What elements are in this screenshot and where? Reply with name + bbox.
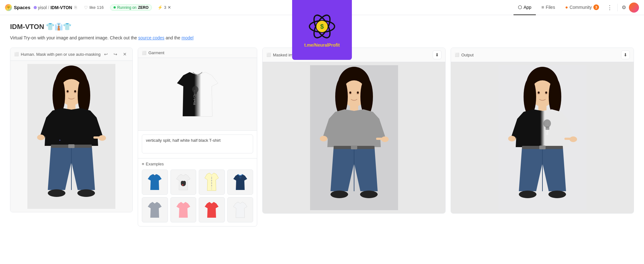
human-image: ✦ xyxy=(27,64,115,209)
svg-point-33 xyxy=(211,185,212,186)
masked-output-icon: ⬜ xyxy=(266,53,271,57)
output-image: Black Clover xyxy=(498,65,586,210)
settings-icon[interactable]: ⚙ xyxy=(620,4,628,11)
human-panel-header-left: ⬜ Human. Mask with pen or use auto-maski… xyxy=(14,52,101,57)
example-0-image xyxy=(147,171,163,193)
output-download-button[interactable]: ⬇ xyxy=(621,50,630,59)
human-panel-body[interactable]: ✦ xyxy=(10,61,132,212)
svg-rect-11 xyxy=(68,144,75,148)
more-menu-button[interactable]: ⋮ xyxy=(605,3,615,13)
like-section: ♡ like 116 xyxy=(84,5,103,10)
example-thumb-0[interactable] xyxy=(142,169,168,195)
more-icon: ⋮ xyxy=(607,4,613,11)
svg-rect-46 xyxy=(351,146,357,149)
running-dot xyxy=(114,6,116,9)
masked-output-controls: ⬇ xyxy=(433,50,441,59)
examples-section: ≡ Examples xyxy=(138,158,257,226)
breadcrumb: yisol / IDM-VTON ⎘ xyxy=(34,5,77,10)
model-link[interactable]: model xyxy=(181,35,193,40)
example-5-image xyxy=(175,199,191,221)
human-panel: ⬜ Human. Mask with pen or use auto-maski… xyxy=(10,48,133,212)
example-thumb-4[interactable] xyxy=(142,197,168,222)
masked-download-button[interactable]: ⬇ xyxy=(433,50,441,59)
svg-rect-7 xyxy=(93,136,101,139)
tab-files-label: Files xyxy=(546,5,555,10)
examples-label: ≡ Examples xyxy=(142,162,253,166)
example-thumb-6[interactable] xyxy=(199,197,225,222)
example-2-image xyxy=(204,171,219,193)
output-panel-header: ⬜ Output ⬇ xyxy=(451,48,634,62)
output-panel-controls: ⬇ xyxy=(621,50,630,59)
garment-description-input[interactable] xyxy=(142,135,253,153)
tab-app[interactable]: ⬡ App xyxy=(514,0,536,15)
tab-app-label: App xyxy=(524,5,531,10)
masked-output-image xyxy=(310,65,398,210)
output-panel: ⬜ Output ⬇ xyxy=(451,48,634,214)
svg-point-52 xyxy=(357,92,359,94)
desc-text: Virtual Try-on with your image and garme… xyxy=(10,35,137,40)
example-thumb-3[interactable] xyxy=(227,169,253,195)
overlay-ad[interactable]: $ t.me/NeuralProfit xyxy=(292,0,352,60)
example-thumb-1[interactable] xyxy=(170,169,197,195)
runtime-number: 3 xyxy=(164,5,166,10)
heart-icon[interactable]: ♡ xyxy=(84,5,88,10)
runtime-count: ⚡ 3 ✕ xyxy=(158,5,171,10)
files-icon: ≡ xyxy=(541,4,544,10)
divider xyxy=(617,4,618,11)
svg-point-13 xyxy=(77,189,95,197)
spaces-logo-icon: 🤗 xyxy=(5,4,12,11)
human-panel-header: ⬜ Human. Mask with pen or use auto-maski… xyxy=(10,48,132,61)
undo-button[interactable]: ↩ xyxy=(102,50,110,58)
example-thumb-2[interactable] xyxy=(199,169,225,195)
svg-point-48 xyxy=(360,191,378,198)
svg-point-61 xyxy=(543,119,551,128)
user-avatar[interactable] xyxy=(629,3,639,13)
example-7-image xyxy=(232,199,248,221)
close-button[interactable]: ✕ xyxy=(121,50,129,58)
human-panel-label: Human. Mask with pen or use auto-masking xyxy=(21,52,101,57)
overlay-ad-inner: $ t.me/NeuralProfit xyxy=(292,0,352,60)
svg-text:✦: ✦ xyxy=(59,139,61,142)
zero-badge: ZERO xyxy=(138,5,148,10)
garment-panel-icon: ⬜ xyxy=(142,51,147,55)
redo-button[interactable]: ↪ xyxy=(112,50,119,58)
community-icon: ● xyxy=(565,4,568,10)
spaces-logo[interactable]: 🤗 Spaces xyxy=(5,4,31,11)
garment-image-area[interactable]: Black Clover xyxy=(138,58,257,130)
example-6-image xyxy=(204,199,219,221)
svg-point-43 xyxy=(320,136,327,141)
svg-point-51 xyxy=(349,92,351,94)
example-1-image xyxy=(175,171,191,193)
examples-text: Examples xyxy=(146,162,164,166)
svg-point-32 xyxy=(211,183,212,184)
community-badge: 3 xyxy=(593,4,599,10)
example-thumb-7[interactable] xyxy=(227,197,253,222)
overlay-ad-url: t.me/NeuralProfit xyxy=(304,43,340,48)
svg-point-30 xyxy=(211,178,212,179)
like-count: 116 xyxy=(97,5,104,10)
example-thumb-5[interactable] xyxy=(170,197,197,222)
copy-icon[interactable]: ⎘ xyxy=(75,5,77,10)
examples-grid-row1 xyxy=(142,169,253,195)
tab-files[interactable]: ≡ Files xyxy=(537,0,559,15)
garment-panel-header: ⬜ Garment xyxy=(138,48,257,58)
spaces-logo-text: Spaces xyxy=(14,5,31,10)
source-codes-link[interactable]: source codes xyxy=(138,35,164,40)
output-panel-label: Output xyxy=(461,53,474,57)
svg-point-12 xyxy=(48,189,65,197)
garment-panel: ⬜ Garment xyxy=(138,48,257,227)
svg-point-69 xyxy=(519,191,536,198)
masked-output-body xyxy=(263,62,445,213)
output-panel-body: Black Clover xyxy=(451,62,634,213)
human-panel-controls: ↩ ↪ ✕ xyxy=(102,50,129,58)
breadcrumb-username[interactable]: yisol xyxy=(38,5,47,10)
breadcrumb-repo[interactable]: IDM-VTON xyxy=(50,5,72,10)
garment-image: Black Clover xyxy=(174,66,221,123)
svg-rect-62 xyxy=(546,127,549,130)
svg-point-16 xyxy=(67,90,69,93)
tab-community[interactable]: ● Community 3 xyxy=(561,0,603,15)
user-status-dot xyxy=(34,6,37,9)
svg-rect-42 xyxy=(376,138,384,140)
garment-panel-header-left: ⬜ Garment xyxy=(142,50,164,55)
like-label: like xyxy=(89,5,96,10)
